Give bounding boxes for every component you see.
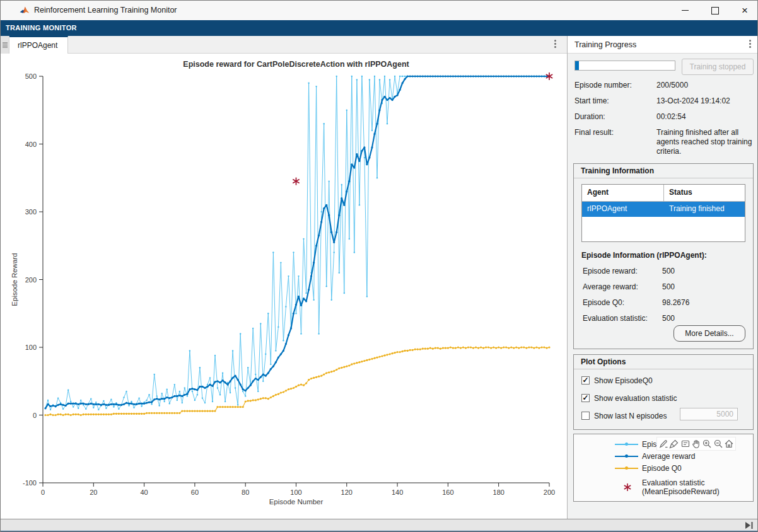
tab-list-icon	[3, 45, 8, 45]
more-details-button[interactable]: More Details...	[673, 325, 745, 342]
svg-text:100: 100	[25, 344, 37, 351]
export-icon[interactable]	[658, 439, 668, 449]
svg-text:Episode Reward: Episode Reward	[11, 253, 18, 306]
legend-average-reward-label: Average reward	[642, 453, 746, 461]
tab-gutter[interactable]	[1, 36, 9, 54]
episode-reward-label: Episode reward:	[583, 267, 638, 275]
episode-q0-value: 98.2676	[662, 298, 689, 307]
skip-to-end-icon[interactable]	[745, 521, 754, 529]
episode-number-label: Episode number:	[574, 81, 632, 90]
evaluation-asterisk-swatch	[623, 483, 632, 492]
svg-text:100: 100	[290, 489, 301, 496]
show-last-n-episodes-checkbox[interactable]	[581, 412, 590, 420]
table-header-row: Agent Status	[582, 185, 745, 202]
svg-text:200: 200	[25, 276, 37, 284]
svg-text:300: 300	[25, 208, 37, 216]
document-tab-bar	[1, 36, 567, 54]
duration-label: Duration:	[574, 112, 605, 121]
agent-column-header: Agent	[582, 185, 664, 201]
plot-options-title: Plot Options	[574, 355, 753, 369]
panel-menu-icon[interactable]	[745, 40, 755, 51]
average-reward-value: 500	[662, 282, 675, 291]
final-result-value: Training finished after all agents reach…	[656, 128, 754, 156]
show-last-n-episodes-label: Show last N episodes	[594, 412, 667, 420]
svg-text:180: 180	[493, 489, 504, 496]
episode-information-title: Episode Information (rlPPOAgent):	[581, 251, 707, 260]
restore-view-icon[interactable]	[724, 439, 734, 449]
status-cell: Training finished	[664, 202, 745, 217]
episode-q0-label: Episode Q0:	[583, 298, 624, 307]
legend-episode-q0-label: Episode Q0	[642, 465, 746, 473]
episode-reward-line-swatch	[615, 444, 638, 445]
pan-icon[interactable]	[691, 439, 701, 449]
svg-text:-100: -100	[23, 479, 37, 487]
tab-rlppoagent[interactable]: rlPPOAgent	[9, 36, 68, 54]
tab-label: rlPPOAgent	[18, 41, 57, 50]
svg-text:0: 0	[41, 489, 45, 496]
show-evaluation-statistic-checkbox[interactable]	[581, 394, 590, 402]
svg-text:Episode Number: Episode Number	[269, 498, 324, 506]
matlab-logo-icon	[20, 5, 30, 16]
toolstrip: TRAINING MONITOR	[1, 20, 758, 36]
training-information-title: Training Information	[574, 164, 753, 178]
progress-fill	[575, 61, 579, 70]
training-chart-panel: -100010020030040050002040608010012014016…	[1, 54, 567, 519]
training-stopped-button: Training stopped	[682, 59, 754, 75]
svg-text:0: 0	[33, 412, 37, 419]
title-bar: Reinforcement Learning Training Monitor …	[1, 1, 758, 21]
show-episodeq0-checkbox[interactable]	[581, 376, 590, 385]
svg-text:40: 40	[140, 489, 148, 496]
svg-text:160: 160	[442, 489, 453, 496]
window-title: Reinforcement Learning Training Monitor	[34, 6, 177, 14]
close-icon[interactable]: ×	[730, 1, 758, 20]
start-time-value: 13-Oct-2024 19:14:02	[656, 96, 754, 106]
training-information-card: Training Information Agent Status rlPPOA…	[573, 163, 754, 349]
start-time-label: Start time:	[574, 96, 609, 105]
svg-text:400: 400	[25, 141, 37, 148]
datatips-icon[interactable]	[680, 439, 691, 449]
legend-average-reward	[615, 456, 638, 457]
svg-text:140: 140	[392, 489, 403, 496]
episode-q0-line-swatch	[615, 468, 638, 469]
minimize-icon[interactable]	[670, 1, 699, 20]
agent-cell: rlPPOAgent	[582, 202, 664, 217]
svg-text:80: 80	[242, 489, 249, 496]
average-reward-line-swatch	[615, 456, 638, 457]
episode-number-value: 200/5000	[656, 81, 754, 90]
show-evaluation-statistic-label: Show evaluation statistic	[594, 394, 677, 403]
plot-options-card: Plot Options Show EpisodeQ0 Show evaluat…	[573, 354, 754, 430]
zoom-in-icon[interactable]	[702, 439, 712, 449]
agent-status-table: Agent Status rlPPOAgent Training finishe…	[581, 184, 745, 242]
duration-value: 00:02:54	[656, 112, 754, 122]
final-result-label: Final result:	[574, 128, 614, 137]
legend-episode-reward	[615, 444, 638, 445]
status-column-header: Status	[664, 185, 745, 201]
training-progress-bar	[574, 61, 675, 71]
brush-icon[interactable]	[669, 439, 679, 449]
svg-text:200: 200	[544, 489, 555, 496]
svg-text:120: 120	[341, 489, 353, 496]
svg-text:500: 500	[25, 72, 37, 80]
show-episodeq0-label: Show EpisodeQ0	[594, 376, 653, 385]
episode-reward-chart[interactable]: -100010020030040050002040608010012014016…	[1, 54, 567, 519]
svg-text:60: 60	[191, 489, 199, 496]
last-n-episodes-input	[680, 408, 738, 420]
panel-title: Training Progress	[574, 40, 636, 49]
tab-overflow-menu-icon[interactable]	[550, 40, 560, 51]
table-row[interactable]: rlPPOAgent Training finished	[582, 202, 745, 217]
horizontal-scrollbar[interactable]	[1, 519, 758, 531]
zoom-out-icon[interactable]	[713, 439, 723, 449]
episode-reward-value: 500	[662, 267, 675, 275]
legend-episode-q0	[615, 468, 638, 469]
axes-toolbar	[656, 437, 736, 451]
evaluation-statistic-value: 500	[662, 314, 675, 323]
svg-text:Episode reward for CartPoleDis: Episode reward for CartPoleDiscreteActio…	[183, 60, 409, 69]
maximize-icon[interactable]	[701, 1, 730, 20]
app-window: { "window": { "title": "Reinforcement Le…	[0, 0, 758, 532]
average-reward-label: Average reward:	[583, 282, 638, 291]
evaluation-statistic-label: Evaluation statistic:	[583, 314, 648, 323]
toolstrip-tab-training-monitor[interactable]: TRAINING MONITOR	[6, 24, 77, 32]
svg-text:20: 20	[90, 489, 97, 496]
legend-evaluation-statistic-label: Evaluation statistic (MeanEpisodeReward)	[642, 479, 746, 496]
